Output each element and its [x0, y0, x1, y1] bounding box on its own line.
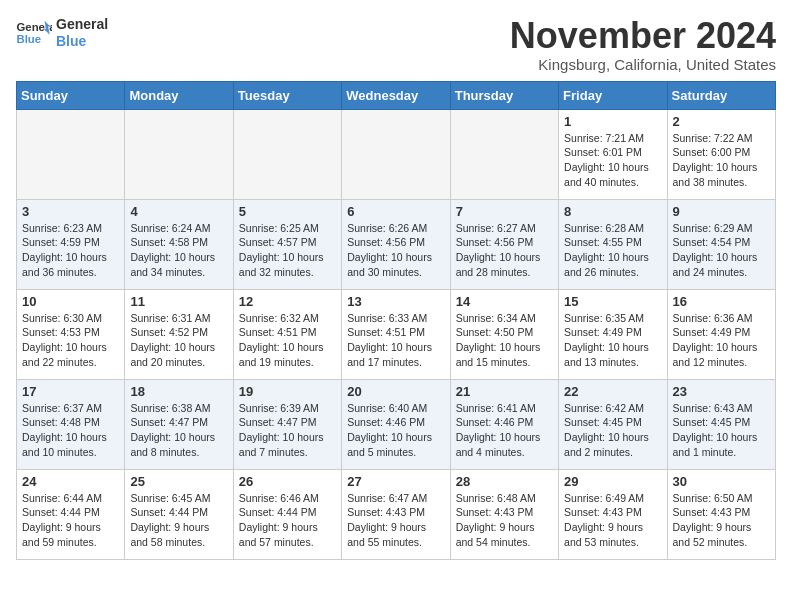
day-number: 7 [456, 204, 553, 219]
day-info: Sunrise: 6:36 AM Sunset: 4:49 PM Dayligh… [673, 311, 770, 370]
calendar-cell [17, 109, 125, 199]
day-number: 21 [456, 384, 553, 399]
day-info: Sunrise: 6:23 AM Sunset: 4:59 PM Dayligh… [22, 221, 119, 280]
calendar-cell: 8Sunrise: 6:28 AM Sunset: 4:55 PM Daylig… [559, 199, 667, 289]
calendar-cell: 18Sunrise: 6:38 AM Sunset: 4:47 PM Dayli… [125, 379, 233, 469]
day-info: Sunrise: 6:31 AM Sunset: 4:52 PM Dayligh… [130, 311, 227, 370]
day-number: 25 [130, 474, 227, 489]
calendar-cell: 11Sunrise: 6:31 AM Sunset: 4:52 PM Dayli… [125, 289, 233, 379]
weekday-header-sunday: Sunday [17, 81, 125, 109]
day-info: Sunrise: 6:38 AM Sunset: 4:47 PM Dayligh… [130, 401, 227, 460]
day-number: 24 [22, 474, 119, 489]
day-info: Sunrise: 6:40 AM Sunset: 4:46 PM Dayligh… [347, 401, 444, 460]
logo: General Blue General Blue [16, 16, 108, 50]
logo-icon: General Blue [16, 19, 52, 47]
day-info: Sunrise: 6:43 AM Sunset: 4:45 PM Dayligh… [673, 401, 770, 460]
calendar-cell: 15Sunrise: 6:35 AM Sunset: 4:49 PM Dayli… [559, 289, 667, 379]
day-number: 11 [130, 294, 227, 309]
day-number: 30 [673, 474, 770, 489]
day-info: Sunrise: 6:48 AM Sunset: 4:43 PM Dayligh… [456, 491, 553, 550]
calendar-cell: 22Sunrise: 6:42 AM Sunset: 4:45 PM Dayli… [559, 379, 667, 469]
weekday-header-wednesday: Wednesday [342, 81, 450, 109]
day-info: Sunrise: 6:33 AM Sunset: 4:51 PM Dayligh… [347, 311, 444, 370]
calendar-row-2: 10Sunrise: 6:30 AM Sunset: 4:53 PM Dayli… [17, 289, 776, 379]
day-number: 27 [347, 474, 444, 489]
day-number: 19 [239, 384, 336, 399]
day-info: Sunrise: 6:37 AM Sunset: 4:48 PM Dayligh… [22, 401, 119, 460]
calendar-cell: 20Sunrise: 6:40 AM Sunset: 4:46 PM Dayli… [342, 379, 450, 469]
day-info: Sunrise: 6:39 AM Sunset: 4:47 PM Dayligh… [239, 401, 336, 460]
calendar-cell: 1Sunrise: 7:21 AM Sunset: 6:01 PM Daylig… [559, 109, 667, 199]
calendar-row-1: 3Sunrise: 6:23 AM Sunset: 4:59 PM Daylig… [17, 199, 776, 289]
day-number: 10 [22, 294, 119, 309]
calendar-cell: 3Sunrise: 6:23 AM Sunset: 4:59 PM Daylig… [17, 199, 125, 289]
day-number: 23 [673, 384, 770, 399]
calendar-cell: 23Sunrise: 6:43 AM Sunset: 4:45 PM Dayli… [667, 379, 775, 469]
day-info: Sunrise: 6:29 AM Sunset: 4:54 PM Dayligh… [673, 221, 770, 280]
day-info: Sunrise: 6:49 AM Sunset: 4:43 PM Dayligh… [564, 491, 661, 550]
calendar-cell: 12Sunrise: 6:32 AM Sunset: 4:51 PM Dayli… [233, 289, 341, 379]
day-number: 3 [22, 204, 119, 219]
calendar-row-0: 1Sunrise: 7:21 AM Sunset: 6:01 PM Daylig… [17, 109, 776, 199]
weekday-header-row: SundayMondayTuesdayWednesdayThursdayFrid… [17, 81, 776, 109]
day-number: 9 [673, 204, 770, 219]
calendar-cell [125, 109, 233, 199]
day-number: 12 [239, 294, 336, 309]
calendar-cell: 14Sunrise: 6:34 AM Sunset: 4:50 PM Dayli… [450, 289, 558, 379]
day-info: Sunrise: 6:26 AM Sunset: 4:56 PM Dayligh… [347, 221, 444, 280]
calendar-cell: 10Sunrise: 6:30 AM Sunset: 4:53 PM Dayli… [17, 289, 125, 379]
day-info: Sunrise: 6:46 AM Sunset: 4:44 PM Dayligh… [239, 491, 336, 550]
day-number: 6 [347, 204, 444, 219]
calendar-row-4: 24Sunrise: 6:44 AM Sunset: 4:44 PM Dayli… [17, 469, 776, 559]
day-info: Sunrise: 6:27 AM Sunset: 4:56 PM Dayligh… [456, 221, 553, 280]
day-number: 15 [564, 294, 661, 309]
day-number: 28 [456, 474, 553, 489]
day-number: 8 [564, 204, 661, 219]
day-info: Sunrise: 7:22 AM Sunset: 6:00 PM Dayligh… [673, 131, 770, 190]
day-info: Sunrise: 6:25 AM Sunset: 4:57 PM Dayligh… [239, 221, 336, 280]
day-info: Sunrise: 7:21 AM Sunset: 6:01 PM Dayligh… [564, 131, 661, 190]
page-header: General Blue General Blue November 2024 … [16, 16, 776, 73]
calendar-cell [233, 109, 341, 199]
weekday-header-friday: Friday [559, 81, 667, 109]
day-number: 26 [239, 474, 336, 489]
day-info: Sunrise: 6:24 AM Sunset: 4:58 PM Dayligh… [130, 221, 227, 280]
calendar-cell: 13Sunrise: 6:33 AM Sunset: 4:51 PM Dayli… [342, 289, 450, 379]
calendar-cell: 9Sunrise: 6:29 AM Sunset: 4:54 PM Daylig… [667, 199, 775, 289]
weekday-header-monday: Monday [125, 81, 233, 109]
calendar-cell: 5Sunrise: 6:25 AM Sunset: 4:57 PM Daylig… [233, 199, 341, 289]
day-number: 29 [564, 474, 661, 489]
calendar-cell [342, 109, 450, 199]
day-number: 2 [673, 114, 770, 129]
day-info: Sunrise: 6:45 AM Sunset: 4:44 PM Dayligh… [130, 491, 227, 550]
day-info: Sunrise: 6:28 AM Sunset: 4:55 PM Dayligh… [564, 221, 661, 280]
day-number: 14 [456, 294, 553, 309]
month-title: November 2024 [510, 16, 776, 56]
calendar-cell: 17Sunrise: 6:37 AM Sunset: 4:48 PM Dayli… [17, 379, 125, 469]
day-number: 18 [130, 384, 227, 399]
calendar-cell: 2Sunrise: 7:22 AM Sunset: 6:00 PM Daylig… [667, 109, 775, 199]
calendar-cell: 29Sunrise: 6:49 AM Sunset: 4:43 PM Dayli… [559, 469, 667, 559]
day-info: Sunrise: 6:30 AM Sunset: 4:53 PM Dayligh… [22, 311, 119, 370]
day-info: Sunrise: 6:32 AM Sunset: 4:51 PM Dayligh… [239, 311, 336, 370]
calendar-cell: 21Sunrise: 6:41 AM Sunset: 4:46 PM Dayli… [450, 379, 558, 469]
day-info: Sunrise: 6:47 AM Sunset: 4:43 PM Dayligh… [347, 491, 444, 550]
weekday-header-thursday: Thursday [450, 81, 558, 109]
title-block: November 2024 Kingsburg, California, Uni… [510, 16, 776, 73]
day-number: 22 [564, 384, 661, 399]
day-number: 20 [347, 384, 444, 399]
calendar-cell: 27Sunrise: 6:47 AM Sunset: 4:43 PM Dayli… [342, 469, 450, 559]
calendar-cell: 30Sunrise: 6:50 AM Sunset: 4:43 PM Dayli… [667, 469, 775, 559]
day-info: Sunrise: 6:42 AM Sunset: 4:45 PM Dayligh… [564, 401, 661, 460]
calendar-cell [450, 109, 558, 199]
day-info: Sunrise: 6:34 AM Sunset: 4:50 PM Dayligh… [456, 311, 553, 370]
day-info: Sunrise: 6:44 AM Sunset: 4:44 PM Dayligh… [22, 491, 119, 550]
logo-blue: Blue [56, 33, 108, 50]
calendar-cell: 7Sunrise: 6:27 AM Sunset: 4:56 PM Daylig… [450, 199, 558, 289]
calendar-cell: 19Sunrise: 6:39 AM Sunset: 4:47 PM Dayli… [233, 379, 341, 469]
weekday-header-saturday: Saturday [667, 81, 775, 109]
day-info: Sunrise: 6:50 AM Sunset: 4:43 PM Dayligh… [673, 491, 770, 550]
calendar-cell: 25Sunrise: 6:45 AM Sunset: 4:44 PM Dayli… [125, 469, 233, 559]
day-number: 17 [22, 384, 119, 399]
location: Kingsburg, California, United States [510, 56, 776, 73]
